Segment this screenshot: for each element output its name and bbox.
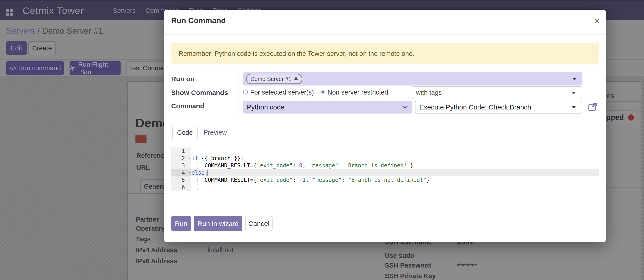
tab-code[interactable]: Code (172, 126, 198, 139)
right-header-fragment: es (606, 92, 614, 100)
code-icon: </> (9, 65, 16, 71)
chip-remove-icon[interactable]: ✖ (294, 76, 298, 82)
indent-guide (197, 162, 198, 169)
table-bottom-line (128, 278, 642, 278)
server-chip[interactable]: Demo Server #1 ✖ (246, 74, 302, 84)
status-dot-icon (628, 114, 634, 120)
color-swatch[interactable] (135, 134, 146, 143)
field-label-tags: Tags (136, 235, 151, 243)
indent-guide (197, 184, 198, 190)
code-line: COMMAND_RESULT={"exit_code": 0, "message… (191, 162, 599, 169)
line-number: 6 (171, 184, 191, 191)
field-label-ssh-private-key: SSH Private Key (385, 272, 436, 280)
screen: Cetmix Tower ServersCommandsFilesToolsSe… (0, 0, 644, 280)
fold-icon[interactable]: ▾ (189, 155, 190, 162)
radio-for-selected-servers[interactable] (243, 90, 248, 94)
command-select[interactable]: Execute Python Code: Check Branch (415, 101, 582, 113)
editor-line-4[interactable]: 4▾else: (171, 169, 599, 176)
radio-label-non-server-restricted[interactable]: Non server restricted (328, 89, 388, 96)
label-column-separator (238, 68, 238, 116)
fold-icon[interactable]: ▾ (189, 169, 190, 176)
plane-icon: ✈ (68, 63, 76, 73)
editor-line-6[interactable]: 6 (171, 184, 599, 191)
editor-line-1[interactable]: 1 (171, 148, 599, 155)
tabbar-line (171, 139, 599, 139)
breadcrumb-servers-link[interactable]: Servers (6, 26, 35, 36)
breadcrumb-current: Demo Server #1 (42, 26, 103, 36)
command-label: Command (171, 102, 204, 110)
run-flight-plan-button[interactable]: ✈ Run Flight Plan (70, 61, 120, 75)
indent-guide (197, 177, 198, 183)
code-line (191, 148, 599, 155)
caret-down-icon (572, 106, 576, 108)
run-on-label: Run on (171, 75, 194, 83)
show-commands-label: Show Commands (171, 89, 228, 97)
external-link-icon[interactable] (587, 102, 598, 112)
table-right-divider (453, 240, 453, 277)
code-editor-lines: 12▾if {{ branch }}:3 COMMAND_RESULT={"ex… (171, 148, 599, 191)
editor-line-5[interactable]: 5 COMMAND_RESULT={"exit_code": -1, "mess… (171, 176, 599, 184)
right-panel-header-line (607, 101, 642, 101)
line-number: 4▾ (171, 169, 191, 176)
field-label-operating: Operating (136, 225, 167, 232)
field-label-reference: Reference (136, 152, 168, 160)
field-label-ssh-password: SSH Password (385, 262, 431, 269)
field-label-url: URL (136, 164, 150, 172)
code-line (191, 184, 599, 191)
line-number: 2▾ (171, 155, 191, 162)
caret-down-icon (572, 92, 576, 94)
run-in-wizard-button[interactable]: Run in wizard (194, 216, 242, 231)
line-number: 5 (171, 176, 191, 184)
code-editor[interactable]: 12▾if {{ branch }}:3 COMMAND_RESULT={"ex… (171, 148, 599, 191)
radio-non-server-restricted[interactable] (320, 90, 325, 94)
status-label-fragment: pped (606, 113, 624, 122)
modal-title: Run Command (171, 16, 226, 25)
nav-item-servers[interactable]: Servers (113, 7, 136, 15)
radio-label-for-selected-servers[interactable]: For selected server(s) (250, 89, 314, 96)
warning-banner: Remember: Python code is executed on the… (171, 43, 599, 64)
modal-footer-divider (164, 211, 606, 211)
run-button[interactable]: Run (171, 216, 191, 231)
code-line: if {{ branch }}: (191, 155, 599, 162)
breadcrumb: Servers / Demo Server #1 (6, 26, 103, 36)
right-panel-tab-line (607, 187, 642, 188)
breadcrumb-separator: / (38, 26, 42, 36)
status-badge[interactable]: pped (603, 110, 637, 124)
editor-line-2[interactable]: 2▾if {{ branch }}: (171, 155, 599, 162)
tags-select[interactable]: with tags (412, 86, 582, 99)
tab-preview[interactable]: Preview (200, 126, 230, 139)
app-logo[interactable]: Cetmix Tower (22, 1, 84, 20)
table-left-divider (203, 240, 203, 265)
code-line: COMMAND_RESULT={"exit_code": -1, "messag… (191, 176, 599, 184)
editor-line-3[interactable]: 3 COMMAND_RESULT={"exit_code": 0, "messa… (171, 162, 599, 169)
line-number: 1 (171, 148, 191, 155)
run-command-button[interactable]: </> Run command (6, 61, 64, 75)
run-on-select[interactable]: Demo Server #1 ✖ (243, 72, 582, 85)
text-cursor (208, 170, 208, 176)
field-label-ipv6: IPv6 Address (136, 257, 177, 265)
line-number: 3 (171, 162, 191, 169)
modal-header-divider (164, 34, 606, 35)
indent-guide (204, 184, 204, 190)
chevron-down-icon (402, 106, 408, 109)
field-value-ssh-password: ******** (456, 262, 477, 269)
field-label-partner: Partner (136, 216, 159, 223)
code-line: else: (191, 169, 599, 176)
command-type-select[interactable]: Python code (243, 101, 412, 113)
indent-guide (210, 184, 210, 190)
field-label-use-sudo: Use sudo (385, 252, 414, 259)
cancel-button[interactable]: Cancel (245, 216, 272, 231)
apps-grid-icon[interactable] (6, 9, 13, 16)
tabbar-line-left (128, 193, 165, 194)
run-command-modal: Run Command ✕ Remember: Python code is e… (164, 10, 606, 242)
close-icon[interactable]: ✕ (591, 16, 602, 27)
caret-down-icon (572, 78, 576, 80)
edit-button[interactable]: Edit (6, 41, 27, 55)
create-button[interactable]: Create (28, 41, 56, 55)
field-label-ipv4: IPv4 Address (136, 246, 177, 254)
field-value-ipv4: localhost (208, 246, 233, 254)
